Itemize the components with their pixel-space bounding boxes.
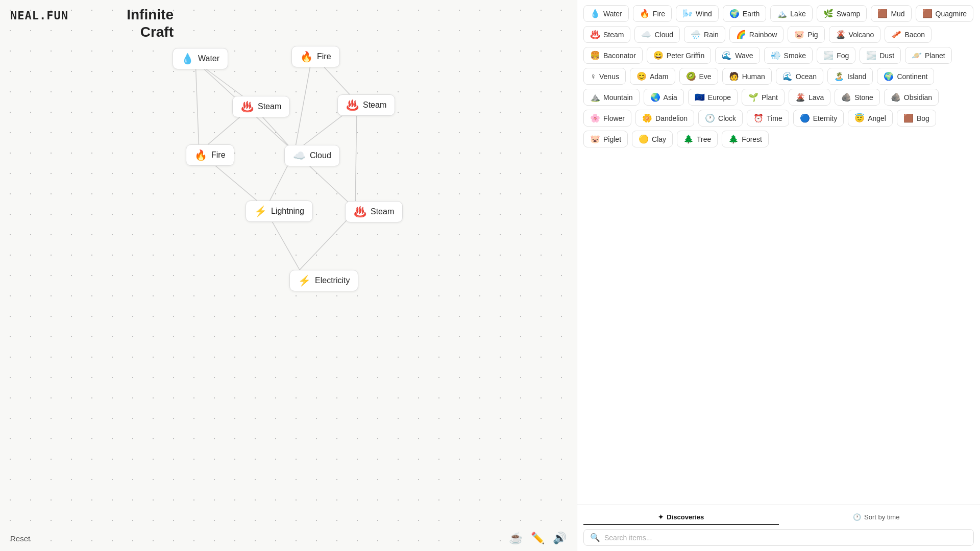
- sidebar-icon: 🌋: [795, 92, 805, 102]
- sidebar-item-continent[interactable]: 🌍Continent: [877, 68, 934, 85]
- sidebar-item-planet[interactable]: 🪐Planet: [905, 47, 952, 64]
- sidebar-item-dandelion[interactable]: 🌼Dandelion: [635, 110, 694, 127]
- sidebar-label: Adam: [650, 72, 669, 81]
- craft-card-fire1[interactable]: 🔥Fire: [291, 46, 340, 67]
- sidebar-item-piglet[interactable]: 🐷Piglet: [583, 131, 628, 147]
- sidebar-item-flower[interactable]: 🌸Flower: [583, 110, 631, 127]
- logo: NEAL.FUN: [10, 9, 68, 22]
- coffee-icon[interactable]: ☕: [509, 532, 523, 545]
- sidebar-item-rainbow[interactable]: 🌈Rainbow: [729, 26, 783, 43]
- sidebar-item-water[interactable]: 💧Water: [583, 5, 629, 22]
- sidebar-item-mountain[interactable]: ⛰️Mountain: [583, 89, 640, 106]
- reset-button[interactable]: Reset: [10, 534, 30, 543]
- craft-card-electricity1[interactable]: ⚡Electricity: [289, 270, 358, 291]
- sidebar-item-human[interactable]: 🧑Human: [722, 68, 772, 85]
- sidebar-icon: 🌍: [729, 9, 740, 18]
- sidebar-item-steam[interactable]: ♨️Steam: [583, 26, 630, 43]
- sidebar-icon: 🌈: [736, 30, 746, 39]
- sidebar-label: Forest: [742, 135, 762, 143]
- sidebar-label: Rainbow: [749, 31, 777, 39]
- brush-icon[interactable]: ✏️: [531, 532, 545, 545]
- sidebar-item-lake[interactable]: 🏔️Lake: [770, 5, 812, 22]
- tab-sort-by-time[interactable]: 🕐 Sort by time: [779, 510, 974, 525]
- sidebar-item-wind[interactable]: 🌬️Wind: [676, 5, 719, 22]
- sidebar-item-mud[interactable]: 🟫Mud: [871, 5, 911, 22]
- sidebar-item-pig[interactable]: 🐷Pig: [788, 26, 824, 43]
- sidebar-item-quagmire[interactable]: 🟫Quagmire: [916, 5, 973, 22]
- sidebar-item-fire[interactable]: 🔥Fire: [633, 5, 672, 22]
- sidebar-item-dust[interactable]: 🌫️Dust: [860, 47, 901, 64]
- sidebar-icon: 🌲: [683, 134, 694, 144]
- sidebar-icon: 🌫️: [823, 51, 834, 60]
- volume-icon[interactable]: 🔊: [553, 532, 567, 545]
- sidebar-item-obsidian[interactable]: 🪨Obsidian: [884, 89, 939, 106]
- sidebar-icon: 🕐: [705, 113, 715, 123]
- sidebar-label: Asia: [664, 93, 677, 102]
- sidebar-icon: 🥓: [891, 30, 901, 39]
- sidebar-item-bacon[interactable]: 🥓Bacon: [885, 26, 932, 43]
- craft-card-water1[interactable]: 💧Water: [173, 48, 228, 69]
- svg-line-8: [355, 105, 357, 209]
- sidebar-item-volcano[interactable]: 🌋Volcano: [829, 26, 881, 43]
- sidebar-item-eternity[interactable]: 🔵Eternity: [793, 110, 844, 127]
- craft-card-cloud1[interactable]: ☁️Cloud: [284, 145, 340, 166]
- sidebar-item-time[interactable]: ⏰Time: [747, 110, 789, 127]
- card-icon: 🔥: [194, 149, 207, 161]
- sidebar-item-forest[interactable]: 🌲Forest: [722, 131, 769, 147]
- card-icon: ♨️: [346, 99, 359, 111]
- sidebar-item-wave[interactable]: 🌊Wave: [715, 47, 760, 64]
- sidebar-item-bog[interactable]: 🟫Bog: [897, 110, 936, 127]
- sidebar-item-europe[interactable]: 🇪🇺Europe: [688, 89, 738, 106]
- sidebar-label: Dust: [879, 52, 894, 60]
- bottom-icons: ☕ ✏️ 🔊: [509, 532, 567, 545]
- sidebar-item-lava[interactable]: 🌋Lava: [789, 89, 830, 106]
- sidebar-icon: 😀: [653, 51, 664, 60]
- search-input[interactable]: [604, 534, 967, 542]
- tab-discoveries[interactable]: ✦ Discoveries: [583, 510, 779, 525]
- sidebar-label: Peter Griffin: [667, 52, 704, 60]
- sidebar-item-asia[interactable]: 🌏Asia: [644, 89, 684, 106]
- canvas-area[interactable]: NEAL.FUN InfiniteCraft 💧Water🔥Fire♨️Stea…: [0, 0, 577, 551]
- sidebar-item-island[interactable]: 🏝️Island: [827, 68, 873, 85]
- card-icon: 🔥: [300, 51, 313, 63]
- sidebar-item-peter-griffin[interactable]: 😀Peter Griffin: [647, 47, 711, 64]
- sidebar-item-smoke[interactable]: 💨Smoke: [764, 47, 813, 64]
- sidebar-label: Rain: [704, 31, 719, 39]
- sidebar-item-cloud[interactable]: ☁️Cloud: [634, 26, 680, 43]
- sidebar-label: Fire: [653, 10, 665, 18]
- sidebar-label: Lake: [790, 10, 805, 18]
- sidebar-icon: ⏰: [753, 113, 764, 123]
- sidebar-item-tree[interactable]: 🌲Tree: [677, 131, 718, 147]
- sidebar-item-plant[interactable]: 🌱Plant: [742, 89, 785, 106]
- craft-card-lightning1[interactable]: ⚡Lightning: [246, 201, 313, 222]
- sidebar-label: Clock: [718, 114, 736, 122]
- sidebar-label: Venus: [599, 72, 619, 81]
- sidebar-label: Eternity: [813, 114, 837, 122]
- sidebar-item-clay[interactable]: 🟡Clay: [632, 131, 673, 147]
- sidebar-icon: 🌊: [782, 71, 793, 81]
- sidebar-label: Island: [847, 72, 866, 81]
- search-icon: 🔍: [590, 533, 600, 542]
- sidebar-item-clock[interactable]: 🕐Clock: [698, 110, 743, 127]
- craft-card-steam3[interactable]: ♨️Steam: [345, 201, 403, 222]
- sidebar-icon: 🟫: [922, 9, 933, 18]
- sidebar-item-eve[interactable]: 🥝Eve: [679, 68, 718, 85]
- sidebar-item-earth[interactable]: 🌍Earth: [723, 5, 766, 22]
- sidebar-icon: 🟡: [639, 134, 649, 144]
- sidebar-item-angel[interactable]: 😇Angel: [848, 110, 893, 127]
- sidebar-item-ocean[interactable]: 🌊Ocean: [776, 68, 823, 85]
- sidebar-item-venus[interactable]: ♀️Venus: [583, 68, 626, 85]
- sidebar-item-stone[interactable]: 🪨Stone: [835, 89, 880, 106]
- craft-card-fire2[interactable]: 🔥Fire: [186, 144, 234, 166]
- card-label: Fire: [211, 151, 226, 160]
- sidebar-item-baconator[interactable]: 🍔Baconator: [583, 47, 643, 64]
- sidebar-item-swamp[interactable]: 🌿Swamp: [817, 5, 867, 22]
- card-label: Cloud: [310, 151, 331, 160]
- sidebar-item-fog[interactable]: 🌫️Fog: [817, 47, 855, 64]
- sidebar-item-rain[interactable]: 🌧️Rain: [684, 26, 725, 43]
- craft-card-steam2[interactable]: ♨️Steam: [337, 94, 395, 116]
- sidebar-label: Wave: [735, 52, 753, 60]
- sidebar-item-adam[interactable]: 😊Adam: [630, 68, 675, 85]
- craft-card-steam1[interactable]: ♨️Steam: [232, 96, 290, 117]
- card-label: Steam: [371, 207, 394, 216]
